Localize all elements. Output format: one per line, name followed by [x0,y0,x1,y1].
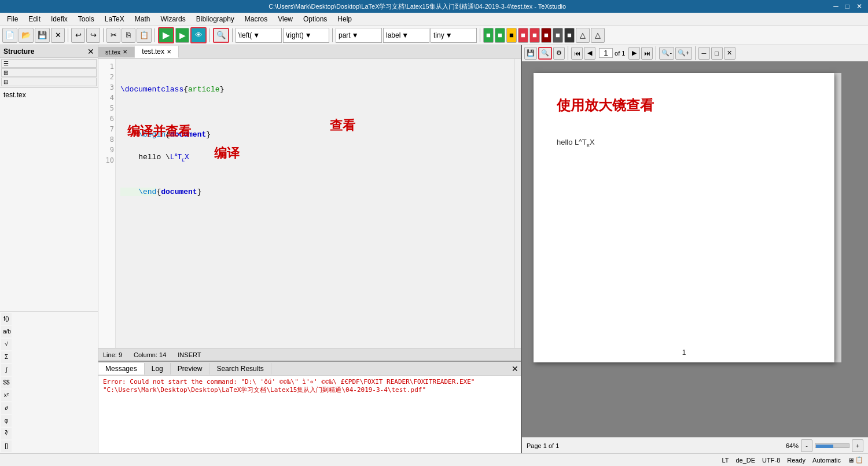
status-locale: de_DE [735,457,755,464]
part-dropdown[interactable]: part ▼ [336,28,382,43]
math-btn-dollar[interactable]: $$ [1,377,12,388]
bottom-tab-messages[interactable]: Messages [98,363,145,375]
menu-macros[interactable]: Macros [240,14,272,24]
code-editor[interactable]: \documentclass{article} \begin{document}… [116,59,514,348]
pdf-page-input[interactable] [599,48,613,58]
triangle-btn-2[interactable]: △ [591,28,605,43]
pdf-zoom-out[interactable]: 🔍- [659,47,674,60]
menu-wizards[interactable]: Wizards [156,14,190,24]
tab-active-close[interactable]: ✕ [167,49,171,55]
maximize-button[interactable]: □ [843,3,852,10]
color-btn-4[interactable]: ■ [518,28,528,43]
pdf-last-page[interactable]: ⏭ [641,47,653,60]
menu-tools[interactable]: Tools [73,14,99,24]
menu-bibliography[interactable]: Bibliography [192,14,239,24]
save-button[interactable]: 💾 [35,28,50,43]
bottom-tab-log[interactable]: Log [145,363,171,375]
menu-help[interactable]: Help [333,14,356,24]
redo-button[interactable]: ↪ [86,28,100,43]
math-btn-dx[interactable]: ∂ [1,402,12,414]
editor-content[interactable]: 编译并查看 查看 编译 1 2 3 4 5 6 7 8 9 10 [98,59,521,348]
color-btn-6[interactable]: ■ [541,28,551,43]
bottom-tab-preview[interactable]: Preview [171,363,210,375]
pdf-zoom-slider[interactable] [815,443,849,448]
triangle-btn-1[interactable]: △ [576,28,590,43]
pdf-close-btn[interactable]: ✕ [724,47,735,60]
copy-button[interactable]: ⎘ [122,28,135,43]
editor-scrollbar-v[interactable] [514,59,521,348]
minimize-button[interactable]: ─ [831,3,841,10]
view-button[interactable]: 👁 [190,27,207,43]
right-cmd-chevron: ▼ [305,31,312,39]
pdf-next-page[interactable]: ▶ [628,47,640,60]
bottom-tabs: Messages Log Preview Search Results ✕ [98,362,521,376]
part-label: part [339,31,351,39]
open-button[interactable]: 📂 [19,28,34,43]
close-button[interactable]: ✕ [854,3,865,10]
pdf-zoom-in[interactable]: 🔍+ [675,47,692,60]
editor-column: st.tex ✕ test.tex ✕ 编译并查看 查看 编译 1 2 [98,45,521,453]
structure-file-item[interactable]: test.tex [2,90,95,100]
pdf-magnify-btn[interactable]: 🔍 [538,47,552,60]
color-btn-1[interactable]: ■ [483,28,494,43]
menu-math[interactable]: Math [130,14,155,24]
menu-idefix[interactable]: Idefix [46,14,72,24]
structure-tool-flat[interactable]: ⊟ [1,78,97,86]
title-bar-controls: ─ □ ✕ [831,3,865,10]
pdf-zoom-out-btn2[interactable]: - [801,439,812,452]
menu-edit[interactable]: Edit [24,14,45,24]
math-btn-root[interactable]: ∛ [1,428,12,439]
paste-button[interactable]: 📋 [137,28,152,43]
right-cmd-dropdown[interactable]: \right) ▼ [283,28,329,43]
pdf-min-btn[interactable]: ─ [698,47,710,60]
menu-latex[interactable]: LaTeX [100,14,129,24]
structure-tool-list[interactable]: ☰ [1,59,97,68]
color-btn-7[interactable]: ■ [553,28,563,43]
left-cmd-dropdown[interactable]: \left( ▼ [236,28,282,43]
math-btn-phi[interactable]: φ [1,415,12,427]
structure-close-button[interactable]: ✕ [87,47,94,56]
tiny-dropdown[interactable]: tiny ▼ [431,28,477,43]
cut-button[interactable]: ✂ [106,28,120,43]
pdf-zoom-in-btn2[interactable]: + [852,439,863,452]
pdf-scrollbar-v[interactable] [834,73,841,362]
pdf-prev-page[interactable]: ◀ [584,47,595,60]
color-btn-5[interactable]: ■ [529,28,540,43]
math-btn-matrix[interactable]: [] [1,441,12,452]
color-btn-3[interactable]: ■ [506,28,517,43]
sep4 [209,28,210,42]
pdf-save-btn[interactable]: 💾 [524,47,537,60]
find-button[interactable]: 🔍 [213,28,229,43]
pdf-first-page[interactable]: ⏮ [571,47,583,60]
editor-line-status: Line: 9 [103,351,122,358]
structure-tool-tree[interactable]: ⊞ [1,68,97,77]
math-btn-x2[interactable]: x² [1,390,12,401]
compile-run-button[interactable]: ▶ [158,27,174,43]
undo-button[interactable]: ↩ [71,28,85,43]
math-btn-equation[interactable]: f() [1,313,12,325]
editor-tab-prev[interactable]: st.tex ✕ [98,47,135,57]
color-btn-2[interactable]: ■ [495,28,505,43]
menu-file[interactable]: File [2,14,23,24]
close-file-button[interactable]: ✕ [51,28,65,43]
menu-options[interactable]: Options [299,14,332,24]
tab-prev-close[interactable]: ✕ [123,49,127,55]
menu-view[interactable]: View [273,14,297,24]
math-btn-sqrt[interactable]: √ [1,339,12,350]
math-btn-fraction[interactable]: a/b [1,326,12,337]
pdf-max-btn[interactable]: □ [711,47,723,60]
label-dropdown[interactable]: label ▼ [383,28,429,43]
compile-button[interactable]: ▶ [175,28,189,43]
sep7 [480,28,480,42]
bottom-tab-search[interactable]: Search Results [209,363,271,375]
math-btn-integral[interactable]: ∫ [1,364,12,376]
label-label: label [386,31,400,39]
new-button[interactable]: 📄 [2,28,17,43]
status-icons: 🖥 📋 [848,456,863,464]
editor-tab-active[interactable]: test.tex ✕ [135,46,179,58]
math-btn-sum[interactable]: Σ [1,351,12,363]
pdf-tool-3[interactable]: ⚙ [553,47,565,60]
color-btn-8[interactable]: ■ [564,28,575,43]
bottom-panel-close[interactable]: ✕ [512,364,518,373]
status-language: LT [722,457,729,464]
